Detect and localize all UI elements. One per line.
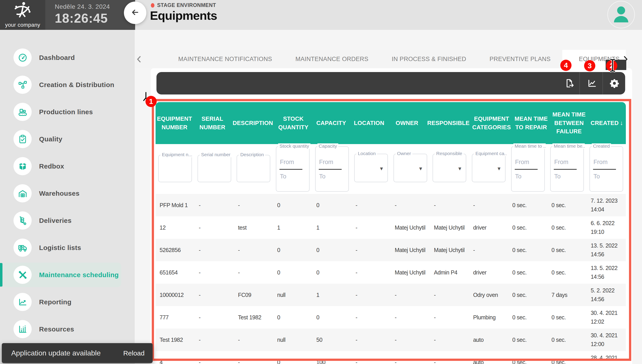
user-avatar[interactable]: [608, 1, 635, 28]
table-cell: PFP Mold 1: [156, 199, 195, 212]
table-cell: 5. 2. 2022 14:56: [586, 284, 626, 306]
truck-clock-icon: [14, 238, 32, 257]
filter-to-input[interactable]: [316, 172, 348, 181]
dropdown-arrow-icon: ▼: [379, 166, 384, 172]
sidebar-item-reporting[interactable]: Reporting: [0, 288, 135, 316]
tabs-scroll-left-button[interactable]: [135, 55, 144, 64]
filter-to-input[interactable]: [512, 172, 544, 181]
reload-button[interactable]: Reload: [123, 350, 144, 357]
column-header-label: SERIAL NUMBER: [199, 115, 225, 130]
chart-button[interactable]: [581, 72, 603, 94]
column-header-label: RESPONSIBLE: [427, 120, 470, 126]
filter-from-input[interactable]: [316, 158, 348, 166]
sidebar-item-dashboard[interactable]: Dashboard: [0, 44, 135, 71]
filter-text-input[interactable]: [159, 155, 192, 182]
gauge-icon: [14, 48, 32, 67]
filter-from-input[interactable]: [512, 158, 544, 166]
filter-text-input[interactable]: [198, 155, 231, 182]
filter-from-input[interactable]: [276, 158, 309, 166]
tab-preventive-plans[interactable]: PREVENTIVE PLANS: [478, 50, 562, 68]
sidebar-item-production-lines[interactable]: Production lines: [0, 98, 135, 126]
filter-label: Description: [239, 152, 265, 157]
sidebar-item-label: Dashboard: [39, 54, 75, 62]
dropdown-arrow-icon: ▼: [458, 166, 462, 172]
tab-maintenance-notifications[interactable]: MAINTENANCE NOTIFICATIONS: [166, 50, 284, 68]
column-header-equipment-number[interactable]: EQUIPMENT NUMBER: [156, 115, 194, 132]
sidebar-item-resources[interactable]: Resources: [0, 316, 135, 343]
table-cell: -: [234, 334, 273, 346]
column-header-description[interactable]: DESCRIPTION: [231, 119, 274, 128]
table-cell: driver: [469, 222, 508, 234]
annotation-badge-4: 4: [560, 60, 572, 71]
filter-label: Equipment ca...: [474, 151, 506, 156]
filter-owner[interactable]: Owner▼: [394, 154, 427, 182]
gear-button[interactable]: [603, 72, 626, 94]
table-cell: 5262856: [156, 244, 195, 256]
export-file-button[interactable]: [558, 72, 581, 94]
sidebar-item-label: Reporting: [39, 298, 72, 306]
sidebar-active-accent-bar: [0, 127, 2, 151]
update-toast: Application update available Reload: [2, 343, 153, 363]
table-cell: 0 sec.: [508, 222, 548, 234]
column-header-responsible[interactable]: RESPONSIBLE: [426, 119, 471, 128]
table-cell: -: [234, 356, 273, 364]
column-header-label: OWNER: [396, 120, 418, 126]
sidebar-item-label: Production lines: [39, 108, 93, 116]
table-row[interactable]: Test 1982--null50---auto0 sec.0 sec.30. …: [156, 328, 626, 351]
table-row[interactable]: 4--0100---auto0 sec.0 sec.28. 4. 2021 08…: [156, 351, 626, 364]
sidebar-item-warehouses[interactable]: Warehouses: [0, 180, 135, 207]
sidebar-item-redbox[interactable]: Redbox: [0, 152, 135, 180]
filter-to-input[interactable]: [551, 172, 584, 181]
column-header-mean-time-to-repair[interactable]: MEAN TIME TO REPAIR: [512, 115, 550, 132]
environment-indicator: STAGE ENVIRONMENT: [151, 2, 216, 8]
table-cell: 1: [312, 289, 352, 301]
table-row[interactable]: 10000012-FC09null1---Odry oven0 sec.7 da…: [156, 284, 626, 306]
column-header-equipment-categories[interactable]: EQUIPMENT CATEGORIES: [471, 115, 512, 132]
table-cell: 0: [312, 266, 352, 279]
filter-to-input[interactable]: [276, 172, 309, 181]
back-button[interactable]: [124, 2, 146, 24]
clipboard-check-icon: [14, 130, 32, 148]
column-header-location[interactable]: LOCATION: [350, 119, 388, 128]
table-cell: 10000012: [156, 289, 195, 301]
table-row[interactable]: 777-Test 198200---Plumbing0 sec.0 sec.30…: [156, 306, 626, 328]
sidebar-item-deliveries[interactable]: Deliveries: [0, 207, 135, 234]
filter-equipment-ca[interactable]: Equipment ca...▼: [472, 154, 506, 182]
column-header-label: MEAN TIME BETWEEN FAILURE: [552, 111, 586, 135]
filter-responsible[interactable]: Responsible▼: [432, 154, 466, 182]
sidebar-item-logistic-lists[interactable]: Logistic lists: [0, 234, 135, 261]
sidebar-active-accent-bar: [0, 209, 2, 232]
tab-in-process-finished[interactable]: IN PROCESS & FINISHED: [380, 50, 478, 68]
column-header-capacity[interactable]: CAPACITY: [312, 119, 350, 128]
table-cell: 651654: [156, 266, 195, 279]
sidebar-item-creation-distribution[interactable]: Creation & Distribution: [0, 71, 135, 98]
column-header-mean-time-between-failure[interactable]: MEAN TIME BETWEEN FAILURE: [550, 110, 588, 136]
filter-mean-time-be: Mean time be...: [550, 146, 584, 192]
column-header-created[interactable]: CREATED↓: [588, 118, 626, 128]
table-cell: Matej Uchytil: [390, 244, 430, 256]
filter-from-input[interactable]: [590, 158, 623, 166]
toast-message: Application update available: [11, 349, 123, 357]
table-row[interactable]: 12-test11-Matej UchytilMatej Uchytildriv…: [156, 216, 626, 239]
column-header-stock-quantity[interactable]: STOCK QUANTITY: [274, 115, 312, 132]
column-header-label: LOCATION: [354, 120, 384, 126]
column-header-label: STOCK QUANTITY: [278, 115, 308, 130]
filter-location[interactable]: Location▼: [354, 154, 388, 182]
table-cell: -: [352, 199, 391, 212]
tab-maintenance-orders[interactable]: MAINTENANCE ORDERS: [284, 50, 380, 68]
sidebar-item-maintenance-scheduling[interactable]: Maintenance scheduling: [0, 261, 135, 288]
sidebar-item-quality[interactable]: Quality: [0, 126, 135, 152]
table-cell: Plumbing: [469, 311, 508, 324]
sidebar-active-accent-bar: [0, 290, 2, 314]
column-header-owner[interactable]: OWNER: [388, 119, 426, 128]
table-row[interactable]: 651654--00-Matej UchytilAdmin P4driver0 …: [156, 261, 626, 284]
table-header-row: EQUIPMENT NUMBERSERIAL NUMBERDESCRIPTION…: [156, 102, 626, 144]
table-row[interactable]: PFP Mold 1--00----0 sec.0 sec.7. 12. 202…: [156, 194, 626, 216]
table-cell: 0 sec.: [548, 222, 587, 234]
filter-text-input[interactable]: [237, 155, 270, 182]
column-header-serial-number[interactable]: SERIAL NUMBER: [194, 115, 232, 132]
filter-to-input[interactable]: [590, 172, 623, 181]
filter-from-input[interactable]: [551, 158, 584, 166]
table-row[interactable]: 5262856--00-Matej UchytilMatej Uchytil-0…: [156, 239, 626, 261]
range-divider: [515, 169, 538, 170]
